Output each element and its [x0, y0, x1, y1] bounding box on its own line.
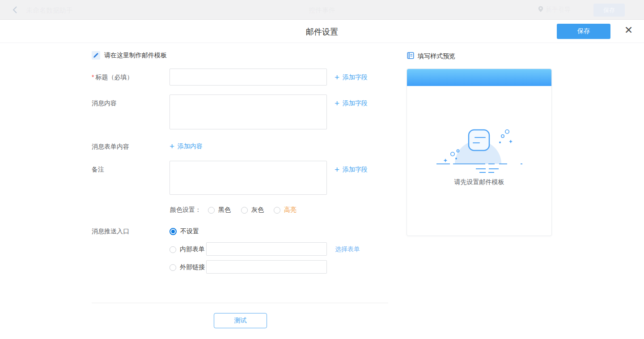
form-content-field-label: 消息表单内容 [92, 143, 129, 151]
color-option-gray[interactable]: 灰色 [241, 206, 264, 214]
content-textarea[interactable] [169, 94, 327, 129]
title-field-label: *标题（必填） [92, 73, 133, 82]
dialog-save-button[interactable]: 保存 [557, 24, 610, 39]
location-pin-icon [538, 6, 543, 14]
push-option-none[interactable]: 不设置 [169, 227, 199, 236]
add-field-remark-link[interactable]: + 添加字段 [335, 166, 368, 174]
required-asterisk: * [92, 73, 94, 81]
back-icon[interactable] [13, 6, 17, 15]
template-notice: 请在这里制作邮件模板 [92, 51, 167, 60]
app-save-button[interactable]: 保存 [593, 4, 625, 17]
add-field-content-link[interactable]: + 添加字段 [335, 99, 368, 107]
nav-item-widget-events[interactable]: 控件事件 [309, 6, 335, 15]
push-option-external-link[interactable]: 外部链接 [169, 263, 205, 271]
dialog-header-divider [0, 43, 644, 43]
plus-icon: + [335, 167, 339, 173]
push-option-internal-form[interactable]: 内部表单 [169, 245, 205, 253]
radio-selected-icon [169, 228, 177, 235]
color-option-highlight[interactable]: 高亮 [274, 206, 297, 214]
app-title: 未命名数据助手 [26, 6, 73, 15]
preview-card-header [407, 69, 551, 86]
radio-unselected-icon [169, 264, 176, 271]
content-field-label: 消息内容 [92, 99, 117, 107]
add-field-title-link[interactable]: + 添加字段 [335, 73, 368, 82]
radio-unselected-icon [169, 246, 176, 253]
close-icon[interactable]: ✕ [624, 25, 633, 35]
title-input[interactable] [169, 69, 327, 86]
radio-unselected-icon [274, 207, 280, 214]
form-bottom-divider [92, 303, 388, 303]
remark-field-label: 备注 [92, 166, 104, 174]
dialog-title: 邮件设置 [306, 26, 338, 37]
email-settings-screen: 未命名数据助手 控件事件 新手引导 保存 邮件设置 保存 ✕ 请在这里制作邮件模… [0, 0, 644, 339]
preview-heading: 填写样式预览 [407, 52, 455, 60]
plus-icon: + [335, 100, 339, 107]
remark-textarea[interactable] [169, 161, 327, 195]
preview-empty-text: 请先设置邮件模板 [407, 178, 551, 186]
add-content-link[interactable]: + 添加内容 [169, 142, 203, 150]
document-icon [407, 52, 414, 60]
radio-unselected-icon [241, 207, 248, 214]
app-top-bar: 未命名数据助手 控件事件 新手引导 保存 [0, 0, 644, 20]
select-form-link[interactable]: 选择表单 [335, 245, 360, 253]
beginner-guide-button[interactable]: 新手引导 [538, 6, 571, 14]
preview-heading-text: 填写样式预览 [418, 52, 455, 60]
internal-form-input[interactable] [206, 242, 327, 256]
test-button[interactable]: 测试 [214, 313, 267, 328]
beginner-guide-label: 新手引导 [546, 6, 571, 14]
external-link-input[interactable] [206, 260, 327, 274]
color-setting-label: 颜色设置： [170, 206, 201, 214]
preview-card: 请先设置邮件模板 [407, 69, 552, 236]
plus-icon: + [169, 143, 174, 150]
push-entry-label: 消息推送入口 [92, 227, 129, 236]
color-option-black[interactable]: 黑色 [208, 206, 231, 214]
empty-state-illustration [435, 123, 524, 179]
pencil-icon [92, 51, 100, 60]
plus-icon: + [335, 74, 339, 81]
radio-unselected-icon [208, 207, 215, 214]
notice-text: 请在这里制作邮件模板 [104, 51, 167, 60]
